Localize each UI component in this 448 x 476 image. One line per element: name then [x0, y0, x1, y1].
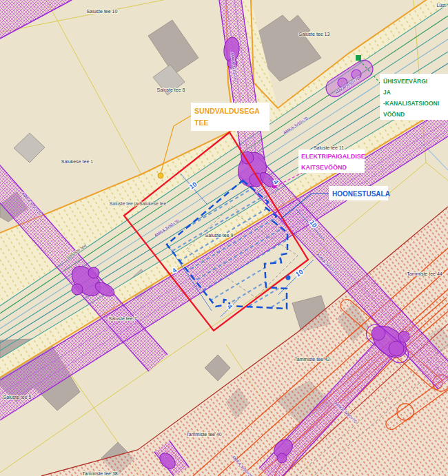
annotation-hoonestusala: HOONESTUSALA: [329, 186, 390, 200]
road-point-marker: [158, 173, 163, 178]
annotation-text: HOONESTUSALA: [332, 190, 390, 198]
blue-point-marker: [286, 276, 291, 280]
annotation-uhisveevargi-voond: ÜHISVEEVÄRGI JA -KANALISATSIOONI VÖÖND: [380, 74, 448, 120]
annotation-sundvaldusega-tee: SUNDVALDUSEGA TEE: [191, 103, 269, 131]
parcel-label: Saluste tee 11: [314, 145, 344, 150]
parcel-label: Salukese tee 1: [61, 159, 93, 164]
annotation-text: TEE: [194, 118, 208, 127]
map-viewport[interactable]: Saluste tee 10Saluste tee 13Saluste tee …: [0, 0, 448, 476]
annotation-text: ELEKTRIPAIGALDISE: [301, 153, 365, 160]
parcel-label: Saluste tee 10: [87, 9, 118, 14]
parcel-label: Lüst: [436, 3, 445, 8]
annotation-text: SUNDVALDUSEGA: [194, 107, 260, 115]
annotation-text: ÜHISVEEVÄRGI: [383, 78, 427, 85]
parcel-label: Saluste tee 7: [109, 316, 137, 321]
annotation-text: -KANALISATSIOONI: [383, 100, 439, 107]
annotation-text: JA: [383, 89, 391, 96]
parcel-label: Tammiste tee 38: [82, 471, 117, 476]
parcel-label: Tammiste tee 40: [186, 432, 221, 437]
parcel-label: Tammiste tee 42: [294, 357, 329, 362]
parcel-label: Saluste tee 13: [299, 32, 330, 37]
parcel-label: Saluste tee 9: [205, 233, 234, 238]
water-connection-marker: [356, 55, 361, 61]
annotation-elektripaigaldise-kaitsevoond: ELEKTRIPAIGALDISE KAITSEVÖÖND: [298, 149, 365, 173]
street-label: Saluste tee ja Salukese tee: [110, 201, 167, 207]
parcel-label: Saluste tee 8: [157, 87, 185, 92]
annotation-text: VÖÖND: [383, 111, 405, 118]
map-canvas[interactable]: Saluste tee 10Saluste tee 13Saluste tee …: [0, 0, 448, 476]
annotation-text: KAITSEVÖÖND: [301, 164, 347, 171]
parcel-label: Saluste tee 5: [3, 395, 32, 400]
parcel-label: Tammiste tee 44: [407, 271, 442, 276]
